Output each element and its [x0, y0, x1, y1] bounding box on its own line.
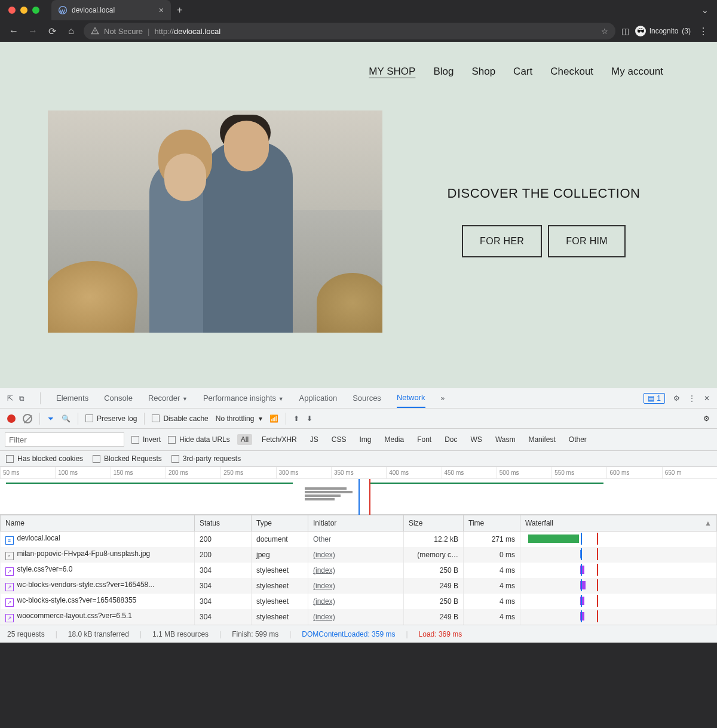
wordpress-icon — [59, 6, 67, 14]
nav-link-blog[interactable]: Blog — [433, 66, 454, 78]
download-icon[interactable]: ⬇ — [307, 414, 312, 423]
devtools-tab-console[interactable]: Console — [104, 389, 133, 407]
doc-icon: ≡ — [5, 536, 14, 545]
type-filter-manifest[interactable]: Manifest — [525, 434, 559, 445]
type-filter-img[interactable]: Img — [356, 434, 375, 445]
type-filter-js[interactable]: JS — [307, 434, 322, 445]
type-filter-fetchxhr[interactable]: Fetch/XHR — [258, 434, 301, 445]
close-devtools-icon[interactable]: ✕ — [704, 394, 710, 403]
panel-icon[interactable]: ◫ — [621, 26, 629, 36]
more-tabs-icon[interactable]: » — [441, 394, 445, 403]
devtools-tab-elements[interactable]: Elements — [56, 389, 88, 407]
devtools-tab-network[interactable]: Network — [397, 388, 425, 408]
column-status[interactable]: Status — [195, 515, 252, 532]
url-bar: ← → ⟳ ⌂ Not Secure | http://devlocal.loc… — [0, 20, 717, 42]
devtools-tab-recorder[interactable]: Recorder ▼ — [148, 389, 188, 407]
filter-icon[interactable]: ⏷ — [47, 414, 54, 423]
type-filter-font[interactable]: Font — [413, 434, 435, 445]
for-her-button[interactable]: FOR HER — [462, 225, 542, 257]
hide-data-urls-checkbox[interactable]: Hide data URLs — [168, 435, 230, 444]
network-conditions-icon[interactable]: 📶 — [269, 414, 278, 423]
close-tab-icon[interactable]: × — [159, 5, 164, 15]
column-size[interactable]: Size — [404, 515, 464, 532]
site-nav: MY SHOPBlogShopCartCheckoutMy account — [0, 42, 717, 78]
nav-link-checkout[interactable]: Checkout — [550, 66, 593, 78]
network-row[interactable]: ▫milan-popovic-FHvpa4-Fpu8-unsplash.jpg2… — [1, 547, 717, 563]
type-filter-css[interactable]: CSS — [328, 434, 350, 445]
reload-button[interactable]: ⟳ — [45, 26, 59, 37]
timeline-tick: 250 ms — [220, 467, 275, 478]
css-icon — [5, 614, 14, 622]
browser-tab[interactable]: devlocal.local × — [51, 0, 171, 20]
blocked-requests-checkbox[interactable]: Blocked Requests — [93, 454, 162, 463]
resources-size: 1.1 MB resources — [152, 630, 209, 638]
close-window-button[interactable] — [8, 7, 16, 14]
network-row[interactable]: wc-blocks-vendors-style.css?ver=165458..… — [1, 578, 717, 594]
maximize-window-button[interactable] — [32, 7, 39, 14]
type-filter-other[interactable]: Other — [565, 434, 590, 445]
network-toolbar: ⏷ 🔍 Preserve log Disable cache No thrott… — [0, 408, 717, 429]
for-him-button[interactable]: FOR HIM — [548, 225, 626, 257]
clear-button[interactable] — [23, 414, 32, 423]
timeline-overview[interactable]: 50 ms100 ms150 ms200 ms250 ms300 ms350 m… — [0, 467, 717, 515]
browser-menu-icon[interactable]: ⋮ — [697, 26, 710, 37]
throttling-dropdown[interactable]: No throttling▾ — [216, 414, 263, 423]
devtools-tab-performance-insights[interactable]: Performance insights ▼ — [203, 389, 284, 407]
network-row[interactable]: style.css?ver=6.0304stylesheet(index)250… — [1, 563, 717, 578]
record-button[interactable] — [7, 414, 16, 423]
devtools-tab-sources[interactable]: Sources — [353, 389, 381, 407]
forward-button[interactable]: → — [26, 26, 39, 36]
address-bar[interactable]: Not Secure | http://devlocal.local ☆ — [84, 23, 615, 39]
invert-checkbox[interactable]: Invert — [131, 435, 161, 444]
filter-input[interactable] — [5, 432, 124, 447]
incognito-indicator[interactable]: 🕶 Incognito (3) — [635, 26, 691, 36]
preserve-log-checkbox[interactable]: Preserve log — [85, 414, 137, 423]
load-time: Load: 369 ms — [419, 630, 462, 638]
third-party-checkbox[interactable]: 3rd-party requests — [171, 454, 241, 463]
type-filter-doc[interactable]: Doc — [441, 434, 461, 445]
disable-cache-checkbox[interactable]: Disable cache — [152, 414, 208, 423]
new-tab-button[interactable]: + — [171, 0, 188, 20]
home-button[interactable]: ⌂ — [65, 26, 78, 36]
search-icon[interactable]: 🔍 — [62, 414, 71, 423]
timeline-tick: 400 ms — [386, 467, 441, 478]
nav-link-cart[interactable]: Cart — [513, 66, 532, 78]
column-name[interactable]: Name — [1, 515, 195, 532]
column-waterfall[interactable]: Waterfall▲ — [520, 515, 717, 532]
star-icon[interactable]: ☆ — [601, 27, 608, 36]
timeline-tick: 50 ms — [0, 467, 55, 478]
network-row[interactable]: woocommerce-layout.css?ver=6.5.1304style… — [1, 609, 717, 625]
timeline-tick: 500 ms — [497, 467, 551, 478]
column-time[interactable]: Time — [464, 515, 520, 532]
column-type[interactable]: Type — [252, 515, 308, 532]
timeline-tick: 100 ms — [55, 467, 110, 478]
type-filter-ws[interactable]: WS — [467, 434, 486, 445]
type-filter-media[interactable]: Media — [381, 434, 407, 445]
network-row[interactable]: wc-blocks-style.css?ver=1654588355304sty… — [1, 594, 717, 609]
devtools-tab-application[interactable]: Application — [299, 389, 338, 407]
css-icon — [5, 598, 14, 607]
settings-icon[interactable]: ⚙ — [673, 394, 680, 403]
minimize-window-button[interactable] — [20, 7, 27, 14]
blocked-cookies-checkbox[interactable]: Has blocked cookies — [6, 454, 83, 463]
network-row[interactable]: ≡devlocal.local200documentOther12.2 kB27… — [1, 532, 717, 548]
network-settings-icon[interactable]: ⚙ — [703, 414, 710, 423]
device-icon[interactable]: ⧉ — [19, 394, 24, 403]
type-filter-wasm[interactable]: Wasm — [492, 434, 519, 445]
nav-link-my-account[interactable]: My account — [611, 66, 663, 78]
upload-icon[interactable]: ⬆ — [293, 414, 299, 423]
tabs-dropdown-icon[interactable]: ⌄ — [693, 0, 717, 20]
devtools-menu-icon[interactable]: ⋮ — [688, 394, 695, 403]
type-filter-all[interactable]: All — [237, 434, 252, 445]
img-icon: ▫ — [5, 552, 14, 560]
nav-link-shop[interactable]: Shop — [471, 66, 495, 78]
issues-button[interactable]: ▤1 — [644, 393, 665, 404]
network-table: NameStatusTypeInitiatorSizeTimeWaterfall… — [0, 515, 717, 625]
nav-link-my-shop[interactable]: MY SHOP — [369, 66, 415, 78]
inspect-icon[interactable]: ⇱ — [7, 394, 13, 403]
network-filter-bar: Invert Hide data URLs AllFetch/XHRJSCSSI… — [0, 429, 717, 451]
timeline-tick: 200 ms — [166, 467, 220, 478]
column-initiator[interactable]: Initiator — [308, 515, 404, 532]
back-button[interactable]: ← — [7, 26, 20, 36]
devtools-tab-bar: ⇱ ⧉ ElementsConsoleRecorder ▼Performance… — [0, 388, 717, 408]
